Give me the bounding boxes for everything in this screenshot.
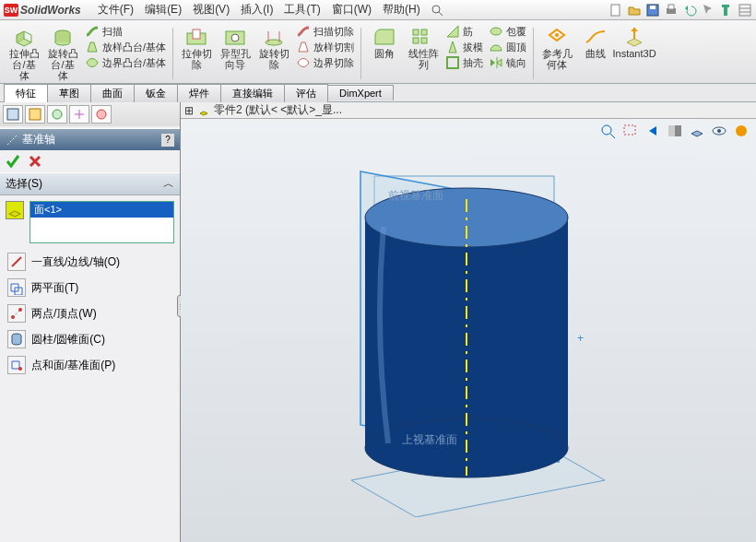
- tab-sheetmetal[interactable]: 钣金: [134, 84, 178, 102]
- hole-wizard-icon: [222, 26, 248, 48]
- help-icon[interactable]: ?: [161, 134, 174, 147]
- svg-rect-9: [739, 5, 750, 16]
- selection-list[interactable]: 面<1>: [30, 201, 174, 243]
- rib-swept-cut[interactable]: 扫描切除: [294, 24, 356, 39]
- selected-face-item[interactable]: 面<1>: [30, 202, 173, 218]
- svg-point-35: [18, 367, 22, 371]
- zoom-area-icon[interactable]: [621, 123, 640, 139]
- cursor-plus-icon: +: [577, 332, 584, 345]
- ok-icon[interactable]: [6, 154, 20, 169]
- svg-point-28: [97, 110, 106, 119]
- opt-line[interactable]: 一直线/边线/轴(O): [0, 249, 180, 275]
- previous-view-icon[interactable]: [644, 123, 662, 139]
- rib-sweep[interactable]: 扫描: [83, 24, 124, 39]
- rib-revolved-cut[interactable]: 旋转切 除: [255, 24, 292, 83]
- rib-boundary[interactable]: 边界凸台/基体: [83, 55, 168, 70]
- display-style-icon[interactable]: [688, 123, 706, 139]
- cancel-icon[interactable]: [28, 154, 42, 169]
- selection-list-row: 面<1>: [6, 201, 174, 243]
- fm-tab-property-mgr[interactable]: [25, 105, 45, 124]
- hide-show-icon[interactable]: [710, 123, 728, 139]
- menu-tools[interactable]: 工具(T): [278, 2, 325, 18]
- wrap-icon: [489, 24, 503, 39]
- rib-shell[interactable]: 抽壳: [443, 55, 485, 70]
- save-icon[interactable]: [645, 3, 660, 18]
- property-manager-panel: 基准轴 ? 选择(S) ︿ 面<1> 一直线/边线/轴(O) 两平面(T): [0, 102, 181, 542]
- svg-rect-26: [30, 109, 41, 120]
- open-icon[interactable]: [627, 3, 642, 18]
- tab-dimxpert[interactable]: DimXpert: [327, 85, 394, 100]
- front-plane-label: 前视基准面: [388, 189, 443, 202]
- lofted-cut-icon: [296, 40, 311, 54]
- select-icon[interactable]: [701, 3, 715, 18]
- rib-lofted-cut[interactable]: 放样切割: [294, 40, 356, 54]
- svg-line-29: [7, 136, 17, 145]
- fm-tab-display-mgr[interactable]: [91, 105, 112, 124]
- options-icon[interactable]: [738, 3, 752, 18]
- rib-instant3d[interactable]: Instant3D: [616, 24, 653, 83]
- feature-mgr-tabs: [0, 102, 180, 126]
- rib-dome[interactable]: 圆顶: [487, 40, 528, 54]
- face-pick-icon[interactable]: [6, 201, 24, 219]
- svg-rect-4: [650, 6, 656, 9]
- opt-cylinder[interactable]: 圆柱/圆锥面(C): [0, 326, 180, 352]
- rib-loft[interactable]: 放样凸台/基体: [83, 40, 168, 54]
- svg-rect-22: [447, 57, 458, 68]
- rib-boundary-cut[interactable]: 边界切除: [294, 55, 356, 70]
- search-icon[interactable]: [430, 3, 444, 18]
- tab-surface[interactable]: 曲面: [90, 84, 135, 102]
- rib-draft[interactable]: 拔模: [443, 40, 485, 54]
- rib-curves[interactable]: 曲线: [577, 24, 614, 83]
- refgeom-icon: [544, 26, 570, 48]
- rib-linear-pattern[interactable]: 线性阵 列: [405, 24, 442, 83]
- tab-evaluate[interactable]: 评估: [284, 84, 328, 102]
- new-icon[interactable]: [608, 3, 623, 18]
- rib-revolve-label: 旋转凸 台/基体: [46, 48, 79, 81]
- rib-extruded-cut[interactable]: 拉伸切 除: [178, 24, 215, 83]
- rib-extrude[interactable]: 拉伸凸 台/基体: [6, 24, 42, 83]
- opt-point-face[interactable]: 点和面/基准面(P): [0, 352, 180, 378]
- fm-tab-dimxpert-mgr[interactable]: [69, 105, 89, 124]
- menu-bar: SW SolidWorks 文件(F) 编辑(E) 视图(V) 插入(I) 工具…: [0, 0, 756, 20]
- menu-window[interactable]: 窗口(W): [326, 2, 377, 18]
- pm-title: 基准轴: [22, 132, 55, 147]
- rib-rib[interactable]: 筋: [443, 24, 475, 39]
- zoom-fit-icon[interactable]: [599, 123, 618, 139]
- graphics-viewport[interactable]: ⊞ 零件2 (默认< <默认>_显...: [181, 102, 756, 542]
- rib-fillet[interactable]: 圆角: [366, 24, 403, 83]
- svg-point-43: [736, 125, 747, 136]
- section-view-icon[interactable]: [666, 123, 684, 139]
- work-area: 基准轴 ? 选择(S) ︿ 面<1> 一直线/边线/轴(O) 两平面(T): [0, 102, 756, 542]
- opt-two-point[interactable]: 两点/顶点(W): [0, 300, 180, 326]
- opt-two-plane[interactable]: 两平面(T): [0, 275, 180, 300]
- tab-feature[interactable]: 特征: [4, 84, 48, 102]
- undo-icon[interactable]: [682, 3, 697, 18]
- menu-file[interactable]: 文件(F): [92, 2, 139, 18]
- tab-weldment[interactable]: 焊件: [177, 84, 221, 102]
- rib-wrap[interactable]: 包覆: [487, 24, 528, 39]
- expand-tree-icon[interactable]: ⊞: [184, 104, 194, 117]
- menu-insert[interactable]: 插入(I): [235, 2, 278, 18]
- rib-refgeom[interactable]: 参考几 何体: [538, 24, 575, 83]
- fm-tab-config-mgr[interactable]: [47, 105, 67, 124]
- rib-icon: [445, 24, 460, 39]
- print-icon[interactable]: [664, 3, 679, 18]
- command-tabs: 特征 草图 曲面 钣金 焊件 直接编辑 评估 DimXpert: [0, 84, 756, 102]
- tab-direct-edit[interactable]: 直接编辑: [220, 84, 285, 102]
- svg-point-0: [432, 6, 440, 13]
- rib-hole-wizard[interactable]: 异型孔 向导: [217, 24, 254, 83]
- appearance-icon[interactable]: [732, 123, 750, 139]
- draft-icon: [445, 40, 460, 54]
- rib-extrude-label: 拉伸凸 台/基体: [7, 48, 41, 81]
- menu-help[interactable]: 帮助(H): [377, 2, 426, 18]
- rib-mirror[interactable]: 镜向: [487, 55, 528, 70]
- rebuild-icon[interactable]: [719, 3, 734, 18]
- menu-view[interactable]: 视图(V): [187, 2, 235, 18]
- linear-pattern-icon: [410, 26, 436, 48]
- menu-edit[interactable]: 编辑(E): [139, 2, 187, 18]
- rib-revolve[interactable]: 旋转凸 台/基体: [44, 24, 81, 83]
- select-header[interactable]: 选择(S) ︿: [0, 172, 180, 195]
- svg-line-37: [610, 134, 615, 138]
- tab-sketch[interactable]: 草图: [47, 84, 91, 102]
- fm-tab-feature-tree[interactable]: [3, 105, 23, 124]
